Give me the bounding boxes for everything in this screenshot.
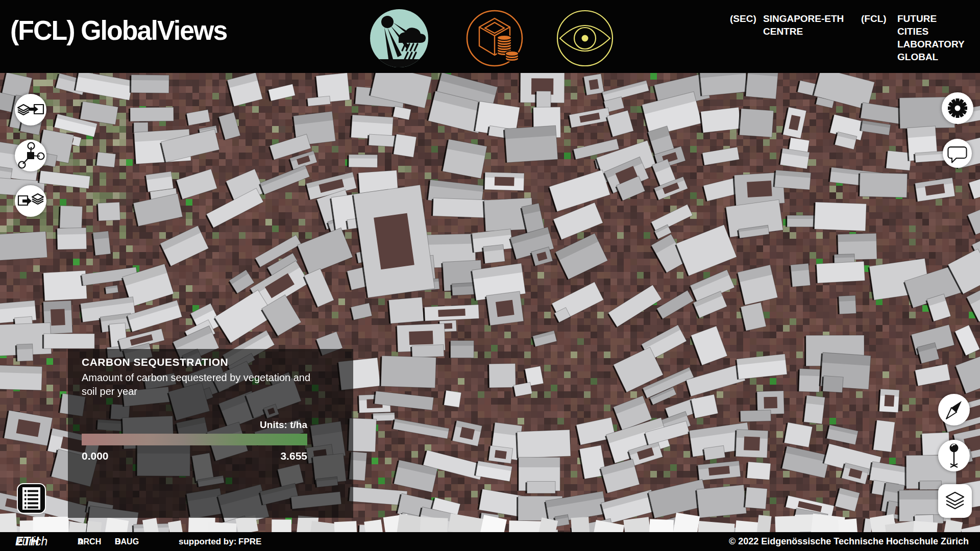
supporter-fpre: FPRE bbox=[238, 532, 261, 551]
legend-min-value: 0.000 bbox=[82, 450, 109, 462]
compass-needle-icon bbox=[938, 394, 970, 425]
legend-color-gradient-bar bbox=[82, 434, 307, 445]
views-mode-button[interactable] bbox=[556, 9, 614, 67]
chat-bubble-icon bbox=[943, 139, 972, 168]
legend-max-value: 3.655 bbox=[280, 450, 307, 462]
legend-toggle-button[interactable] bbox=[17, 483, 46, 514]
legend-value-range: 0.000 3.655 bbox=[82, 450, 307, 462]
export-layers-button[interactable] bbox=[15, 94, 46, 126]
layers-to-box-icon bbox=[15, 94, 46, 125]
eth-logo-light: zürich bbox=[16, 532, 47, 551]
sun-rain-cloud-icon bbox=[368, 7, 430, 69]
legend-units-label: Units: t/ha bbox=[82, 419, 307, 431]
app-title: (FCL) GlobalViews bbox=[10, 14, 227, 46]
feedback-chat-button[interactable] bbox=[943, 139, 972, 168]
top-bar: (FCL) GlobalViews bbox=[0, 0, 980, 73]
bottom-bar: ETHzürich DARCH DBAUG supported by: FPRE… bbox=[0, 532, 980, 551]
street-view-button[interactable] bbox=[938, 440, 970, 471]
list-icon bbox=[19, 485, 44, 512]
settings-button[interactable] bbox=[942, 92, 973, 124]
legend-title: CARBON SEQUESTRATION bbox=[82, 356, 228, 368]
legend-panel: CARBON SEQUESTRATION Amaount of carbon s… bbox=[68, 349, 353, 518]
box-coins-icon bbox=[465, 9, 524, 67]
compass-north-button[interactable] bbox=[938, 394, 970, 425]
org-sec-abbr: (SEC) bbox=[730, 12, 756, 25]
climate-mode-button[interactable] bbox=[368, 7, 430, 69]
box-to-layers-icon bbox=[15, 186, 46, 216]
org-sec-name: SINGAPORE-ETH CENTRE bbox=[763, 12, 851, 38]
globalviews-app: (FCL) GlobalViews bbox=[0, 0, 980, 551]
street-view-pin-icon bbox=[938, 440, 970, 471]
economy-mode-button[interactable] bbox=[465, 9, 524, 67]
map-layers-button[interactable] bbox=[938, 484, 972, 518]
gear-icon bbox=[942, 93, 973, 123]
copyright-text: © 2022 Eidgenössische Technische Hochsch… bbox=[729, 532, 969, 551]
import-layers-button[interactable] bbox=[15, 185, 46, 217]
eye-icon bbox=[556, 9, 614, 67]
legend-description: Amaount of carbon sequestered by vegetat… bbox=[82, 371, 327, 398]
network-graph-button[interactable] bbox=[15, 140, 46, 171]
network-nodes-icon bbox=[15, 140, 46, 171]
layers-stack-icon bbox=[938, 484, 972, 518]
supported-by-label: supported by: bbox=[179, 532, 236, 551]
org-fcl-name: FUTURE CITIES LABORATORY GLOBAL bbox=[897, 12, 964, 63]
org-fcl-abbr: (FCL) bbox=[861, 12, 887, 25]
